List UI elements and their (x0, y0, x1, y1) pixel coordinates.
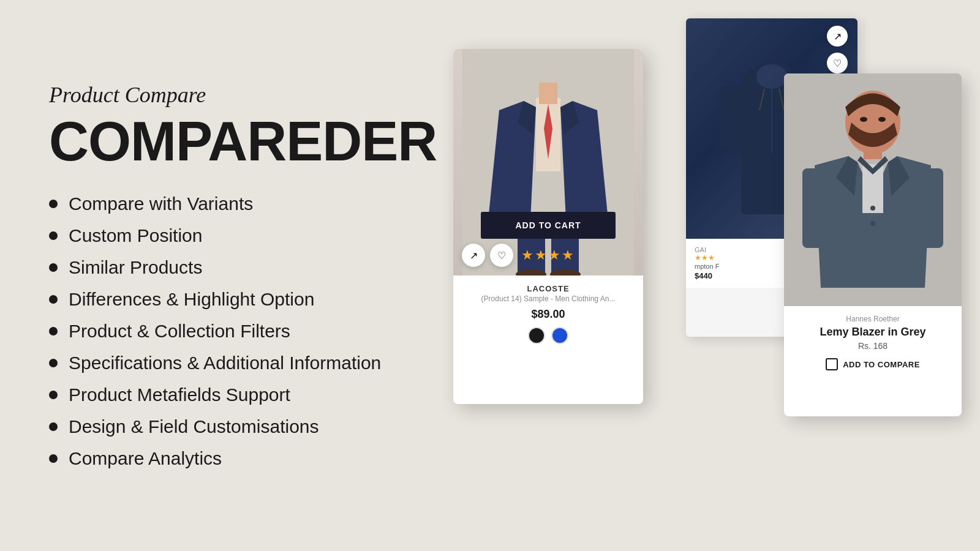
bullet-product-collection-filters (49, 327, 58, 335)
card-front: Hannes Roether Lemy Blazer in Grey Rs. 1… (784, 73, 962, 416)
feature-item-specifications-info: Specifications & Additional Information (49, 353, 392, 373)
front-name: Lemy Blazer in Grey (794, 326, 952, 339)
svg-point-23 (870, 206, 875, 211)
svg-rect-22 (913, 168, 943, 248)
feature-item-similar-products: Similar Products (49, 257, 392, 278)
svg-rect-21 (802, 168, 833, 248)
bullet-metafields-support (49, 391, 58, 399)
bullet-compare-analytics (49, 454, 58, 463)
main-brand: LACOSTE (463, 284, 633, 293)
feature-item-compare-analytics: Compare Analytics (49, 448, 392, 469)
card-main: ↗ ♡ ADD TO CART ★★★★ LACOSTE (Product 14… (453, 49, 643, 404)
heart-icon[interactable]: ♡ (827, 53, 848, 73)
feature-label-compare-variants: Compare with Variants (69, 193, 253, 214)
bullet-custom-position (49, 231, 58, 240)
left-panel: Product Compare COMPAREDER Compare with … (0, 0, 429, 551)
front-designer: Hannes Roether (794, 315, 952, 323)
card-front-image (784, 73, 962, 306)
suit-illustration (462, 49, 634, 276)
feature-label-specifications-info: Specifications & Additional Information (69, 353, 381, 373)
main-overlay-icons: ↗ ♡ (462, 244, 513, 267)
blazer-illustration (784, 73, 962, 306)
right-panel: ↗ ♡ ⊕ GAI ★★★ mpton F $440 (429, 0, 980, 551)
feature-label-product-collection-filters: Product & Collection Filters (69, 321, 290, 342)
feature-label-compare-analytics: Compare Analytics (69, 448, 222, 469)
front-price: Rs. 168 (794, 341, 952, 351)
app-title: COMPAREDER (49, 114, 392, 169)
compare-checkbox[interactable] (826, 358, 838, 370)
card-main-info: LACOSTE (Product 14) Sample - Men Clothi… (453, 276, 643, 354)
swatch-blue[interactable] (551, 327, 568, 344)
bullet-similar-products (49, 263, 58, 272)
svg-point-18 (860, 117, 867, 122)
bullet-design-customisations (49, 422, 58, 431)
swatch-black[interactable] (528, 327, 545, 344)
bullet-differences-highlight (49, 295, 58, 304)
svg-rect-14 (539, 83, 557, 104)
bullet-compare-variants (49, 200, 58, 208)
svg-point-19 (878, 117, 886, 122)
feature-label-differences-highlight: Differences & Highlight Option (69, 289, 314, 310)
main-name: (Product 14) Sample - Men Clothing An... (463, 294, 633, 303)
main-heart-icon[interactable]: ♡ (490, 244, 513, 267)
card-front-info: Hannes Roether Lemy Blazer in Grey Rs. 1… (784, 306, 962, 380)
svg-rect-2 (720, 86, 744, 147)
features-list: Compare with VariantsCustom PositionSimi… (49, 193, 392, 469)
add-to-compare-row[interactable]: ADD TO COMPARE (794, 358, 952, 370)
feature-item-compare-variants: Compare with Variants (49, 193, 392, 214)
card-main-image: ↗ ♡ ADD TO CART ★★★★ (453, 49, 643, 276)
subtitle: Product Compare (49, 82, 392, 108)
feature-item-differences-highlight: Differences & Highlight Option (49, 289, 392, 310)
feature-label-metafields-support: Product Metafields Support (69, 384, 290, 405)
add-to-compare-label: ADD TO COMPARE (843, 360, 920, 369)
main-price: $89.00 (463, 308, 633, 321)
feature-label-design-customisations: Design & Field Customisations (69, 416, 319, 437)
feature-item-product-collection-filters: Product & Collection Filters (49, 321, 392, 342)
share-icon[interactable]: ↗ (827, 26, 848, 47)
svg-point-24 (870, 221, 875, 226)
main-compare-icon[interactable]: ↗ (462, 244, 485, 267)
feature-item-custom-position: Custom Position (49, 225, 392, 246)
feature-item-metafields-support: Product Metafields Support (49, 384, 392, 405)
main-stars: ★★★★ (521, 247, 575, 263)
feature-label-similar-products: Similar Products (69, 257, 202, 278)
add-to-cart-button[interactable]: ADD TO CART (481, 212, 616, 239)
color-swatches (463, 327, 633, 344)
bullet-specifications-info (49, 359, 58, 367)
feature-label-custom-position: Custom Position (69, 225, 202, 246)
feature-item-design-customisations: Design & Field Customisations (49, 416, 392, 437)
